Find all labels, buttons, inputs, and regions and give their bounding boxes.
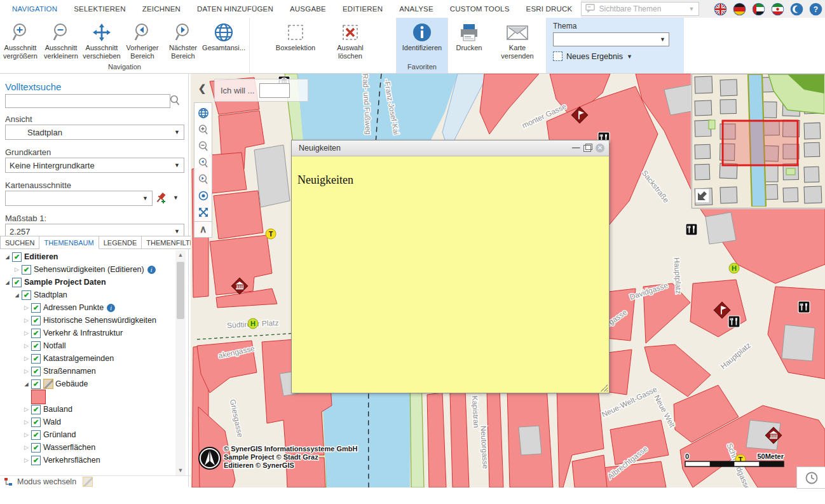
zoom-out-button[interactable] (196, 139, 210, 153)
layer-checkbox[interactable]: ✔ (31, 379, 41, 389)
expand-node-icon[interactable]: ▷ (22, 304, 31, 311)
layer-checkbox[interactable]: ✔ (31, 303, 41, 313)
expand-node-icon[interactable]: ▷ (22, 343, 31, 349)
tree-item-straßennamen[interactable]: ▷✔Straßennamen (0, 365, 175, 378)
kartenausschnitte-dropdown[interactable]: ▼ (5, 191, 153, 206)
ansicht-dropdown[interactable]: Stadtplan ▼ (5, 125, 184, 140)
globe-button[interactable] (196, 106, 210, 120)
layer-label[interactable]: Grünland (43, 430, 76, 439)
legend-swatch-row[interactable] (0, 390, 175, 403)
tree-item-bauland[interactable]: ▷✔Bauland (0, 403, 175, 416)
layer-checkbox[interactable]: ✔ (31, 354, 41, 364)
layer-checkbox[interactable]: ✔ (31, 316, 41, 325)
layer-label[interactable]: Sample Project Daten (24, 278, 106, 287)
restore-icon[interactable] (583, 145, 591, 152)
search-icon[interactable] (169, 95, 181, 109)
thema-dropdown[interactable]: ▼ (553, 32, 669, 46)
resize-handle[interactable] (601, 385, 608, 392)
mode-switch-button[interactable]: Modus wechseln (0, 475, 192, 487)
layer-checkbox[interactable]: ✔ (31, 430, 41, 440)
layer-checkbox[interactable]: ✔ (12, 252, 22, 262)
restaurant-icon[interactable] (798, 301, 810, 313)
previous-view-button[interactable] (196, 155, 210, 170)
expand-node-icon[interactable]: ▷ (22, 406, 31, 412)
restaurant-icon[interactable] (686, 224, 697, 235)
tree-item-sample-project-daten[interactable]: ◢✔Sample Project Daten (0, 276, 175, 289)
send-map-button[interactable]: Karteversenden (490, 18, 545, 63)
bookmark-dropdown-arrow[interactable]: ▼ (173, 194, 179, 201)
ich-will-input[interactable] (259, 83, 290, 98)
flag-germany-icon[interactable] (733, 3, 746, 16)
tree-item-editieren[interactable]: ◢✔Editieren (0, 250, 175, 263)
visible-themes-dropdown[interactable]: Sichtbare Themen ▼ (581, 2, 699, 16)
tree-item-grünland[interactable]: ▷✔Grünland (0, 428, 175, 441)
next-view-button[interactable] (196, 172, 210, 186)
zoom-in-button[interactable] (196, 122, 210, 137)
neues-ergebnis-button[interactable]: Neues Ergebnis ▼ (553, 51, 678, 61)
menu-item-navigation[interactable]: NAVIGATION (4, 5, 65, 13)
menu-item-ausgabe[interactable]: AUSGABE (282, 5, 334, 13)
menu-item-analyse[interactable]: ANALYSE (391, 5, 442, 13)
full-extent-button[interactable]: Gesamtansi... (203, 18, 244, 63)
previous-extent-button[interactable]: VorherigerBereich (122, 18, 163, 63)
layer-label[interactable]: Historische Sehenswürdigkeiten (43, 316, 156, 325)
layer-label[interactable]: Verkehr & Infrastruktur (43, 329, 123, 337)
restaurant-icon[interactable] (728, 316, 740, 327)
layer-checkbox[interactable]: ✔ (31, 329, 41, 338)
expand-node-icon[interactable]: ▷ (22, 419, 31, 425)
tree-item-adressen-punkte[interactable]: ▷✔Adressen Punktei (0, 301, 175, 314)
menu-item-selektieren[interactable]: SELEKTIEREN (65, 5, 133, 13)
expand-node-icon[interactable]: ▷ (22, 317, 31, 324)
print-button[interactable]: Drucken (448, 18, 490, 63)
expand-node-icon[interactable]: ▷ (22, 457, 31, 463)
menu-item-editieren[interactable]: EDITIEREN (334, 5, 391, 13)
scroll-up-icon[interactable]: ▲ (175, 250, 186, 260)
layer-label[interactable]: Straßennamen (43, 367, 96, 376)
layer-checkbox[interactable]: ✔ (31, 367, 41, 376)
layer-label[interactable]: Sehenswürdigkeiten (Editieren) (34, 265, 144, 274)
scroll-down-icon[interactable]: ▼ (175, 466, 186, 475)
layer-label[interactable]: Notfall (43, 341, 65, 350)
crescent-icon[interactable] (790, 3, 803, 16)
pan-extent-button[interactable]: Ausschnittverschieben (81, 18, 122, 63)
help-icon[interactable]: ? (809, 3, 822, 16)
locate-button[interactable] (196, 188, 210, 203)
tree-item-wald[interactable]: ▷✔Wald (0, 416, 175, 428)
zoom-in-extent-button[interactable]: Ausschnittvergrößern (0, 18, 41, 63)
layer-checkbox[interactable]: ✔ (31, 418, 41, 427)
layer-label[interactable]: Adressen Punkte (43, 303, 104, 312)
neuigkeiten-dialog[interactable]: Neuigkeiten — ✕ Neuigkeiten (291, 140, 610, 393)
layer-label[interactable]: Gebäude (55, 379, 88, 388)
tab-legende[interactable]: LEGENDE (99, 236, 142, 249)
tree-item-sehenswürdigkeiten-editieren[interactable]: ▷✔Sehenswürdigkeiten (Editieren)i (0, 263, 175, 276)
box-selection-button[interactable]: Boxselektion (268, 18, 323, 63)
menu-item-esri-druck[interactable]: ESRI DRUCK (518, 5, 581, 13)
menu-item-daten-hinzufügen[interactable]: DATEN HINZUFÜGEN (189, 5, 282, 13)
history-clock-button[interactable] (796, 467, 825, 489)
collapse-node-icon[interactable]: ◢ (3, 254, 11, 260)
tree-item-gebäude[interactable]: ◢✔Gebäude (0, 378, 175, 390)
bus-stop-icon[interactable]: H (729, 263, 739, 273)
tree-item-wasserflächen[interactable]: ▷✔Wasserflächen (0, 441, 175, 454)
layer-checkbox[interactable]: ✔ (22, 265, 31, 275)
overview-map[interactable] (692, 74, 825, 208)
tree-item-historische-sehenswürdigkeiten[interactable]: ▷✔Historische Sehenswürdigkeiten (0, 314, 175, 327)
collapse-node-icon[interactable]: ◢ (3, 280, 11, 285)
layer-label[interactable]: Stadtplan (34, 290, 67, 299)
fulltext-search-input[interactable] (5, 94, 170, 108)
flag-iran-icon[interactable] (771, 3, 784, 16)
scrollbar-thumb[interactable] (177, 262, 184, 319)
layer-info-icon[interactable]: i (147, 266, 156, 274)
layer-checkbox[interactable]: ✔ (12, 278, 22, 287)
expand-node-icon[interactable]: ▷ (13, 266, 21, 273)
tab-suchen[interactable]: SUCHEN (0, 236, 39, 249)
tree-item-stadtplan[interactable]: ◢✔Stadtplan (0, 289, 175, 301)
dialog-titlebar[interactable]: Neuigkeiten — ✕ (292, 140, 609, 156)
tree-item-katastralgemeinden[interactable]: ▷✔Katastralgemeinden (0, 352, 175, 365)
tab-themenbaum[interactable]: THEMENBAUM (39, 236, 99, 249)
fulltext-search-heading[interactable]: Volltextsuche (5, 81, 61, 92)
layer-checkbox[interactable]: ✔ (31, 405, 41, 414)
next-extent-button[interactable]: NächsterBereich (163, 18, 203, 63)
tree-scrollbar[interactable]: ▲ ▼ (175, 250, 186, 475)
flag-uk-icon[interactable] (714, 3, 727, 16)
